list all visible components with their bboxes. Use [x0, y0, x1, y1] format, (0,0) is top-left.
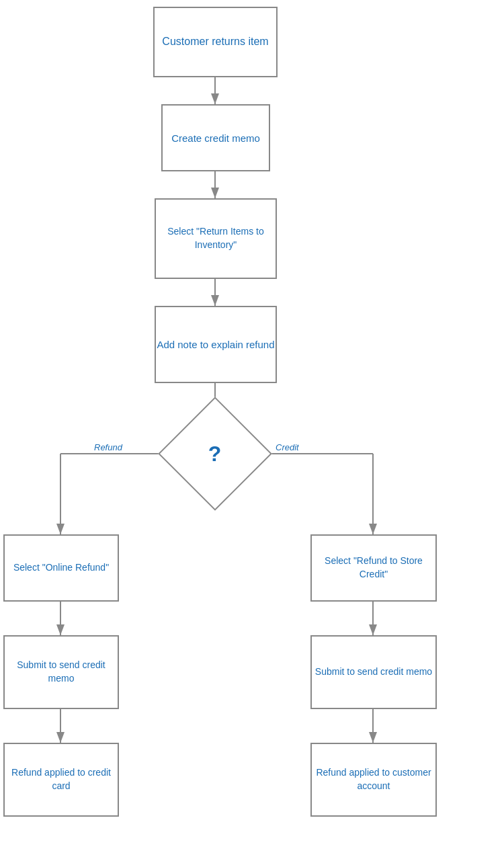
select-store-credit-box: Select "Refund to Store Credit" — [310, 534, 437, 602]
customer-returns-box: Customer returns item — [153, 7, 278, 77]
result-left-box: Refund applied to credit card — [3, 743, 119, 817]
decision-diamond: ? — [175, 413, 255, 494]
refund-label: Refund — [94, 442, 122, 452]
add-note-box: Add note to explain refund — [155, 306, 277, 383]
flowchart: Customer returns item Create credit memo… — [0, 0, 504, 855]
decision-label: ? — [208, 441, 222, 466]
create-memo-box: Create credit memo — [161, 104, 270, 171]
credit-label: Credit — [276, 442, 299, 452]
submit-right-box: Submit to send credit memo — [310, 635, 437, 709]
submit-left-box: Submit to send credit memo — [3, 635, 119, 709]
result-right-box: Refund applied to customer account — [310, 743, 437, 817]
select-return-box: Select "Return Items to Inventory" — [155, 198, 277, 279]
select-online-refund-box: Select "Online Refund" — [3, 534, 119, 602]
